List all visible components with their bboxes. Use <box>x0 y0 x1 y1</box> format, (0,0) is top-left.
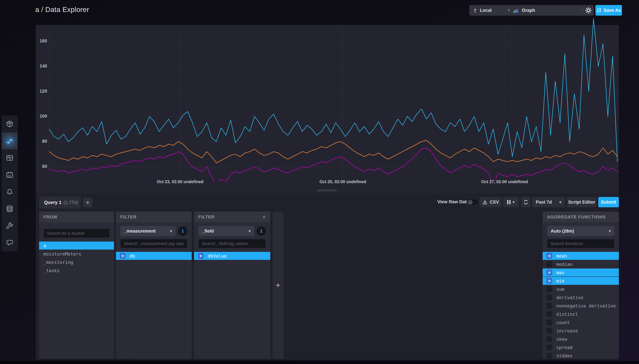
list-item[interactable]: nonnegative derivative <box>543 302 619 310</box>
checkbox-unchecked-icon[interactable] <box>546 336 552 342</box>
refresh-button[interactable] <box>521 197 530 207</box>
add-query-tab-button[interactable]: + <box>83 198 92 207</box>
download-icon <box>482 199 488 205</box>
list-item-label: derivative <box>556 295 584 300</box>
checkbox-unchecked-icon[interactable] <box>546 286 552 292</box>
add-filter-button[interactable]: + <box>272 212 284 359</box>
checkbox-unchecked-icon[interactable] <box>546 261 552 267</box>
series-line-max <box>49 19 617 162</box>
checkbox-dot <box>548 271 551 274</box>
chevron-down-icon: ▾ <box>512 200 514 204</box>
list-item-label: max <box>556 270 564 275</box>
chart-svg <box>49 17 618 181</box>
list-item-label: mean <box>556 253 567 258</box>
list-item-label: moistureMeters <box>44 251 81 256</box>
list-item-label: min <box>556 278 564 284</box>
list-item[interactable]: sum <box>543 285 619 293</box>
wrench-icon <box>6 222 14 230</box>
checkbox-checked-icon[interactable] <box>120 253 126 259</box>
bucket-search-input[interactable] <box>44 228 110 238</box>
filter-key-dropdown[interactable]: _field ▾ <box>198 226 254 236</box>
list-item[interactable]: median <box>543 260 619 268</box>
csv-label: CSV <box>490 200 499 205</box>
y-axis-tick-label: 160 <box>36 38 47 44</box>
list-item-label: increase <box>556 328 578 334</box>
checkbox-unchecked-icon[interactable] <box>546 328 552 334</box>
view-raw-data-toggle[interactable] <box>467 199 478 206</box>
checkbox-unchecked-icon[interactable] <box>546 294 552 300</box>
filter-card-header: FILTER <box>116 212 192 222</box>
script-editor-button[interactable]: Script Editor <box>567 197 596 207</box>
pause-button[interactable]: ▾ <box>503 197 519 207</box>
from-card-header: FROM <box>39 212 114 222</box>
nav-item-load-data[interactable] <box>2 200 18 217</box>
list-item[interactable]: derivative <box>543 294 619 302</box>
window-period-dropdown[interactable]: Auto (28m) ▾ <box>547 226 614 236</box>
list-item[interactable]: a <box>39 242 114 250</box>
horizontal-scrollbar-track[interactable] <box>0 361 639 364</box>
measurement-search-input[interactable] <box>120 239 187 248</box>
time-series-chart[interactable]: 1601401201008060Oct 23, 02:00 undefinedO… <box>0 0 639 195</box>
checkbox-dot <box>548 255 551 257</box>
list-item[interactable]: moistureMeters <box>39 250 114 258</box>
list-item[interactable]: skew <box>543 335 619 343</box>
tag-value-list: db <box>116 252 192 260</box>
nav-item-settings[interactable] <box>2 217 18 234</box>
query-tab-label: Query 1 <box>44 200 62 205</box>
nav-item-feedback[interactable] <box>2 234 18 251</box>
csv-download-button[interactable]: CSV <box>480 197 502 207</box>
list-item[interactable]: _tasks <box>39 266 114 274</box>
database-icon <box>6 205 14 212</box>
checkbox-dot <box>200 255 202 257</box>
checkbox-checked-icon[interactable] <box>198 253 204 259</box>
list-item[interactable]: dbValue <box>194 252 270 260</box>
list-item[interactable]: stddev <box>543 352 619 359</box>
field-search-input[interactable] <box>198 239 266 248</box>
y-axis-tick-label: 120 <box>36 89 47 94</box>
functions-search-input[interactable] <box>547 239 614 248</box>
list-item[interactable]: spread <box>543 343 619 351</box>
submit-button[interactable]: Submit <box>598 197 619 207</box>
filter-card-field: FILTER × _field ▾ 1 dbValue <box>194 212 270 359</box>
filter-card-header: FILTER × <box>194 212 270 222</box>
checkbox-checked-icon[interactable] <box>546 270 552 276</box>
checkbox-unchecked-icon[interactable] <box>546 303 552 309</box>
close-icon[interactable]: × <box>262 214 266 220</box>
list-item[interactable]: max <box>543 268 619 276</box>
chevron-down-icon: ▾ <box>609 229 611 233</box>
checkbox-dot <box>122 255 124 257</box>
toggle-knob <box>468 200 472 205</box>
time-range-label: Past 7d <box>536 200 552 205</box>
filter-key-dropdown[interactable]: _measurement ▾ <box>120 226 176 236</box>
checkbox-unchecked-icon[interactable] <box>546 311 552 317</box>
checkbox-unchecked-icon[interactable] <box>546 344 552 350</box>
checkbox-unchecked-icon[interactable] <box>546 353 552 359</box>
list-item[interactable]: _monitoring <box>39 258 114 266</box>
resize-drag-handle[interactable] <box>317 190 337 191</box>
list-item[interactable]: min <box>543 277 619 285</box>
chevron-down-icon: ▾ <box>170 229 172 233</box>
time-range-dropdown[interactable]: Past 7d ▾ <box>532 197 565 207</box>
list-item[interactable]: db <box>116 252 192 260</box>
tag-value-list: dbValue <box>194 252 270 260</box>
chevron-down-icon: ▾ <box>559 200 561 204</box>
refresh-icon <box>523 199 529 205</box>
query-tab[interactable]: Query 1 (1.77s) <box>39 196 81 208</box>
list-item[interactable]: mean <box>543 252 619 260</box>
checkbox-checked-icon[interactable] <box>546 278 552 284</box>
list-item-label: nonnegative derivative <box>556 303 616 308</box>
checkbox-checked-icon[interactable] <box>546 253 552 259</box>
bucket-list: amoistureMeters_monitoring_tasks <box>39 242 114 274</box>
list-item-label: db <box>130 253 135 258</box>
list-item[interactable]: increase <box>543 327 619 335</box>
filter-card-measurement: FILTER _measurement ▾ 1 db <box>116 212 192 359</box>
query-tab-duration: (1.77s) <box>64 200 78 205</box>
series-line-min <box>49 148 617 181</box>
view-raw-data-label: View Raw Data <box>437 199 469 204</box>
submit-label: Submit <box>601 200 616 205</box>
list-item[interactable]: count <box>543 318 619 326</box>
list-item[interactable]: distinct <box>543 310 619 318</box>
checkbox-unchecked-icon[interactable] <box>546 320 552 326</box>
y-axis-tick-label: 80 <box>36 139 47 144</box>
list-item-label: count <box>556 320 570 325</box>
